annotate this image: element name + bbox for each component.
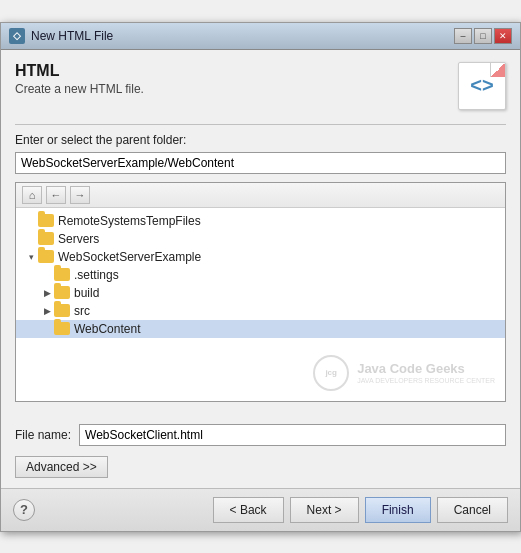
finish-button[interactable]: Finish [365, 497, 431, 523]
forward-button[interactable]: → [70, 186, 90, 204]
expand-icon[interactable]: ▶ [40, 304, 54, 318]
watermark-brand: Java Code Geeks [357, 361, 495, 378]
watermark-logo: jcg [313, 355, 349, 391]
expand-icon [24, 214, 38, 228]
folder-label: Enter or select the parent folder: [15, 133, 506, 147]
folder-tree[interactable]: ⌂ ← → RemoteSystemsTempFiles Server [15, 182, 506, 402]
main-content: HTML Create a new HTML file. <> Enter or… [1, 50, 520, 414]
page-subtitle: Create a new HTML file. [15, 82, 144, 96]
page-title: HTML [15, 62, 144, 80]
tree-toolbar: ⌂ ← → [16, 183, 505, 208]
back-button[interactable]: ← [46, 186, 66, 204]
tree-item-label: .settings [74, 268, 119, 282]
folder-icon [54, 268, 70, 281]
expand-icon [24, 232, 38, 246]
bottom-bar: ? < Back Next > Finish Cancel [1, 488, 520, 531]
cancel-button[interactable]: Cancel [437, 497, 508, 523]
tree-item[interactable]: ▶ build [16, 284, 505, 302]
folder-icon [54, 322, 70, 335]
expand-icon[interactable]: ▶ [40, 286, 54, 300]
tree-item[interactable]: Servers [16, 230, 505, 248]
tree-item[interactable]: ▶ src [16, 302, 505, 320]
titlebar-controls: – □ ✕ [454, 28, 512, 44]
folder-icon [38, 214, 54, 227]
window-icon: ◇ [9, 28, 25, 44]
tree-item-label: RemoteSystemsTempFiles [58, 214, 201, 228]
file-name-label: File name: [15, 428, 71, 442]
file-name-row: File name: [15, 424, 506, 446]
dialog-window: ◇ New HTML File – □ ✕ HTML Create a new … [0, 22, 521, 532]
folder-icon [54, 286, 70, 299]
tree-item-label: src [74, 304, 90, 318]
back-button[interactable]: < Back [213, 497, 284, 523]
html-file-icon: <> [458, 62, 506, 110]
home-button[interactable]: ⌂ [22, 186, 42, 204]
expand-icon[interactable]: ▾ [24, 250, 38, 264]
header-text: HTML Create a new HTML file. [15, 62, 144, 96]
tree-item[interactable]: ▾ WebSocketServerExample [16, 248, 505, 266]
help-button[interactable]: ? [13, 499, 35, 521]
file-name-section: File name: Advanced >> [1, 424, 520, 478]
watermark-text-block: Java Code Geeks JAVA DEVELOPERS RESOURCE… [357, 361, 495, 385]
html-icon-glyph: <> [470, 74, 493, 97]
maximize-button[interactable]: □ [474, 28, 492, 44]
tree-item[interactable]: RemoteSystemsTempFiles [16, 212, 505, 230]
watermark-subtext: JAVA DEVELOPERS RESOURCE CENTER [357, 377, 495, 384]
expand-icon [40, 322, 54, 336]
window-icon-glyph: ◇ [13, 30, 21, 41]
next-button[interactable]: Next > [290, 497, 359, 523]
tree-item-selected[interactable]: WebContent [16, 320, 505, 338]
watermark-logo-text: jcg [325, 368, 337, 377]
advanced-section: Advanced >> [15, 456, 506, 478]
folder-icon [38, 250, 54, 263]
tree-item-label: WebSocketServerExample [58, 250, 201, 264]
titlebar: ◇ New HTML File – □ ✕ [1, 23, 520, 50]
folder-icon [38, 232, 54, 245]
minimize-button[interactable]: – [454, 28, 472, 44]
file-name-input[interactable] [79, 424, 506, 446]
tree-item-label: build [74, 286, 99, 300]
header-section: HTML Create a new HTML file. <> [15, 62, 506, 110]
window-title: New HTML File [31, 29, 448, 43]
folder-input[interactable] [15, 152, 506, 174]
close-button[interactable]: ✕ [494, 28, 512, 44]
folder-icon [54, 304, 70, 317]
tree-items: RemoteSystemsTempFiles Servers ▾ WebSock… [16, 208, 505, 342]
header-divider [15, 124, 506, 125]
advanced-button[interactable]: Advanced >> [15, 456, 108, 478]
watermark: jcg Java Code Geeks JAVA DEVELOPERS RESO… [313, 355, 495, 391]
tree-item-label: WebContent [74, 322, 141, 336]
bottom-left: ? [13, 499, 35, 521]
expand-icon [40, 268, 54, 282]
tree-item-label: Servers [58, 232, 99, 246]
bottom-right: < Back Next > Finish Cancel [213, 497, 508, 523]
tree-item[interactable]: .settings [16, 266, 505, 284]
